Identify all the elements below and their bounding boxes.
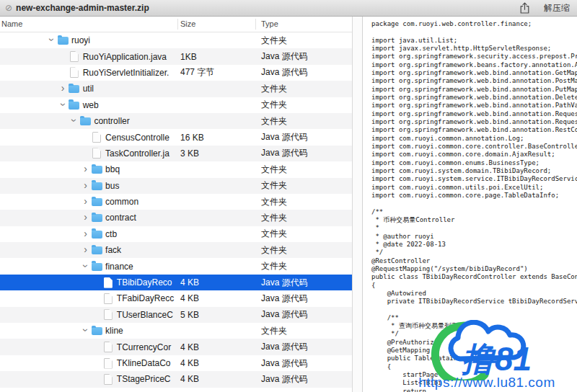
tree-row-file-RuoYiApplication.java[interactable]: RuoYiApplication.java1KBJava 源代码 (0, 48, 352, 64)
tree-row-folder-ruoyi[interactable]: ›ruoyi文件夹 (0, 32, 352, 48)
tree-row-folder-contract[interactable]: ›contract文件夹 (0, 210, 352, 226)
column-header-name[interactable]: Name (1, 19, 22, 28)
row-type: Java 源代码 (261, 373, 308, 386)
watermark: 撸81 https://www.lu81.com (397, 320, 577, 392)
window-title: new-exchange-admin-master.zip (16, 3, 149, 13)
row-size: 4 KB (180, 277, 199, 288)
row-type: 文件夹 (261, 212, 287, 224)
row-size: 16 KB (180, 133, 204, 143)
folder-icon (90, 165, 103, 174)
column-header-size[interactable]: Size (180, 19, 195, 28)
folder-icon (90, 213, 103, 222)
tree-row-folder-finance[interactable]: ›finance文件夹 (0, 258, 352, 274)
row-label: TStagePriceC (117, 374, 171, 384)
vertical-scrollbar-track[interactable] (353, 17, 363, 392)
folder-icon (90, 262, 103, 271)
row-type: 文件夹 (261, 196, 287, 208)
row-label: contract (105, 213, 136, 223)
row-size: 5 KB (180, 310, 199, 320)
file-icon (102, 277, 115, 288)
folder-icon (90, 182, 103, 190)
chevron-right-icon[interactable]: › (81, 212, 90, 222)
folder-icon (90, 246, 103, 254)
folder-icon (90, 197, 103, 206)
tree-row-folder-fack[interactable]: ›fack文件夹 (0, 242, 352, 258)
row-type: Java 源代码 (261, 277, 308, 289)
row-label: web (83, 100, 99, 110)
column-separator (177, 19, 178, 30)
file-tree-pane[interactable]: Name Size Type ›ruoyi文件夹RuoYiApplication… (0, 17, 353, 392)
tree-row-file-TCurrencyCor[interactable]: TCurrencyCor4 KBJava 源代码 (0, 339, 352, 355)
file-icon (68, 67, 81, 78)
row-label: TFabiDayRecc (117, 293, 174, 303)
logo-text: 撸81 (461, 340, 532, 378)
tree-row-file-TaskController.ja[interactable]: TaskController.ja3 KBJava 源代码 (0, 146, 352, 161)
watermark-url: https://www.lu81.com (397, 375, 577, 392)
row-type: Java 源代码 (261, 357, 308, 370)
tree-row-folder-common[interactable]: ›common文件夹 (0, 194, 352, 210)
row-label: RuoYiServletInitializer. (83, 68, 169, 78)
chevron-right-icon[interactable]: › (81, 244, 90, 254)
tree-row-folder-controller[interactable]: ›controller文件夹 (0, 113, 352, 129)
row-label: fack (105, 245, 121, 255)
tree-row-folder-util[interactable]: ›util文件夹 (0, 81, 352, 97)
code-preview-pane[interactable]: package com.ruoyi.web.controller.finance… (363, 17, 577, 392)
row-label: TCurrencyCor (117, 342, 171, 352)
tree-row-file-CensusControlle[interactable]: CensusControlle16 KBJava 源代码 (0, 129, 352, 145)
row-type: 文件夹 (261, 35, 287, 47)
tree-row-file-TBibiDayReco[interactable]: TBibiDayReco4 KBJava 源代码 (0, 275, 352, 290)
tree-row-file-TFabiDayRecc[interactable]: TFabiDayRecc4 KBJava 源代码 (0, 290, 352, 306)
row-label: CensusControlle (105, 133, 169, 143)
file-icon (102, 342, 115, 352)
folder-icon (68, 101, 81, 110)
file-icon (102, 374, 115, 385)
chevron-down-icon[interactable]: › (47, 35, 57, 45)
tree-row-folder-bbq[interactable]: ›bbq文件夹 (0, 161, 352, 177)
chevron-down-icon[interactable]: › (69, 116, 79, 125)
chevron-right-icon[interactable]: › (81, 196, 90, 206)
tree-row-folder-bus[interactable]: ›bus文件夹 (0, 178, 352, 194)
folder-icon (90, 326, 103, 335)
chevron-right-icon[interactable]: › (81, 164, 90, 174)
chevron-down-icon[interactable]: › (81, 261, 91, 270)
tree-row-file-RuoYiServletInitializer.[interactable]: RuoYiServletInitializer.477 字节Java 源代码 (0, 65, 352, 81)
row-label: finance (105, 262, 133, 272)
column-header-type[interactable]: Type (261, 19, 278, 28)
chevron-down-icon[interactable]: › (58, 99, 68, 109)
chevron-down-icon[interactable]: › (81, 326, 91, 335)
row-type: 文件夹 (261, 164, 287, 176)
row-type: Java 源代码 (261, 147, 308, 159)
row-label: util (83, 84, 94, 94)
tree-row-file-TStagePriceC[interactable]: TStagePriceC4 KBJava 源代码 (0, 371, 352, 387)
row-size: 4 KB (180, 342, 199, 352)
row-label: ruoyi (71, 35, 90, 45)
row-size: 1KB (180, 52, 197, 62)
extract-button[interactable]: 解压缩 (544, 2, 570, 14)
row-type: Java 源代码 (261, 341, 308, 353)
content-area: Name Size Type ›ruoyi文件夹RuoYiApplication… (0, 17, 577, 392)
list-header: Name Size Type (0, 17, 352, 32)
row-label: common (105, 197, 138, 207)
tree-row-file-TUserBlanceC[interactable]: TUserBlanceC5 KBJava 源代码 (0, 307, 352, 323)
tree-row-folder-kline[interactable]: ›kline文件夹 (0, 323, 352, 339)
folder-icon (90, 230, 103, 239)
row-label: TBibiDayReco (117, 277, 172, 288)
row-label: TKlineDataCo (117, 358, 171, 368)
row-label: TUserBlanceC (117, 310, 173, 320)
row-type: 文件夹 (261, 260, 287, 272)
share-icon[interactable] (520, 2, 529, 14)
chevron-right-icon[interactable]: › (58, 83, 68, 93)
row-type: 文件夹 (261, 179, 287, 192)
tree-row-file-TKlineDataCo[interactable]: TKlineDataCo4 KBJava 源代码 (0, 355, 352, 371)
chevron-right-icon[interactable]: › (81, 179, 90, 190)
row-type: 文件夹 (261, 228, 287, 240)
chevron-right-icon[interactable]: › (81, 228, 90, 238)
row-type: 文件夹 (261, 325, 287, 337)
tree-row-folder-ctb[interactable]: ›ctb文件夹 (0, 226, 352, 242)
row-label: kline (105, 326, 123, 336)
folder-icon (68, 84, 81, 93)
row-size: 4 KB (180, 293, 199, 303)
row-type: Java 源代码 (261, 131, 308, 143)
tree-row-folder-web[interactable]: ›web文件夹 (0, 97, 352, 113)
folder-icon (56, 36, 69, 45)
